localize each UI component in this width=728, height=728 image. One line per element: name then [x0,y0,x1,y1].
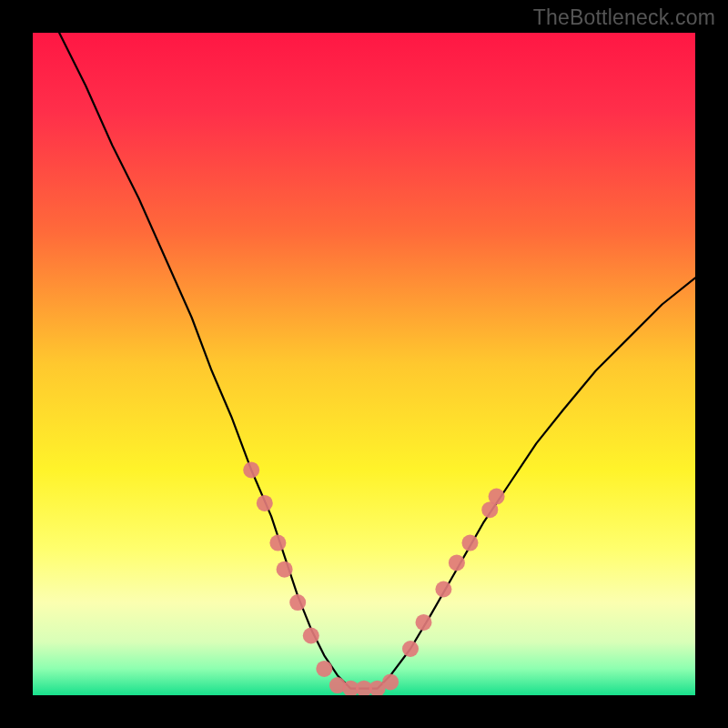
svg-point-5 [303,628,319,644]
gradient-background [33,33,695,695]
svg-point-13 [416,614,432,631]
svg-point-0 [243,462,259,479]
svg-point-1 [257,495,273,511]
svg-point-18 [489,489,505,505]
svg-point-4 [289,594,306,611]
plot-area [33,33,695,695]
svg-point-14 [435,581,451,598]
svg-point-2 [269,535,286,551]
svg-point-15 [449,554,465,571]
svg-point-11 [382,673,399,690]
watermark-text: TheBottleneck.com [533,5,715,30]
svg-point-12 [402,641,419,657]
svg-point-3 [277,561,293,578]
svg-point-6 [316,661,332,677]
svg-point-16 [462,535,479,551]
chart-svg [33,33,695,695]
chart-frame: TheBottleneck.com [0,0,728,728]
